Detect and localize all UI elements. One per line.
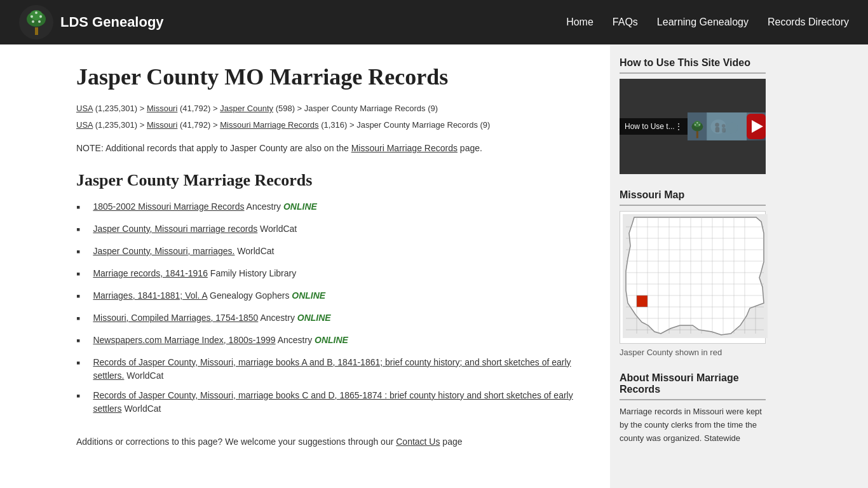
note-link[interactable]: Missouri Marriage Records xyxy=(351,143,458,153)
record-link-1[interactable]: 1805-2002 Missouri Marriage Records xyxy=(93,201,244,212)
record-link-9[interactable]: Records of Jasper County, Missouri, marr… xyxy=(93,390,573,414)
record-link-3[interactable]: Jasper County, Missouri, marriages. xyxy=(93,246,234,256)
list-item: Records of Jasper County, Missouri, marr… xyxy=(76,356,591,383)
page-title: Jasper County MO Marriage Records xyxy=(76,64,591,91)
main-nav: Home FAQs Learning Genealogy Records Dir… xyxy=(566,17,849,28)
svg-point-13 xyxy=(693,121,700,127)
nav-records-directory[interactable]: Records Directory xyxy=(768,17,849,28)
online-badge-4: ONLINE xyxy=(315,335,348,345)
nav-home[interactable]: Home xyxy=(566,17,593,28)
svg-point-4 xyxy=(31,15,33,18)
svg-point-5 xyxy=(35,11,37,14)
record-link-2[interactable]: Jasper County, Missouri marriage records xyxy=(93,224,257,234)
play-icon xyxy=(752,120,763,133)
list-item: Jasper County, Missouri marriage records… xyxy=(76,222,591,238)
video-background xyxy=(688,112,766,141)
sidebar: How to Use This Site Video How to Use t.… xyxy=(610,44,775,488)
map-section: Missouri Map xyxy=(620,189,766,357)
record-link-4[interactable]: Marriage records, 1841-1916 xyxy=(93,268,208,278)
online-badge-2: ONLINE xyxy=(292,290,325,301)
logo-area[interactable]: LDS Genealogy xyxy=(19,5,164,40)
list-item: Newspapers.com Marriage Index, 1800s-199… xyxy=(76,334,591,349)
map-caption: Jasper County shown in red xyxy=(620,348,766,357)
svg-point-8 xyxy=(38,20,41,23)
about-section-title: About Missouri Marriage Records xyxy=(620,372,766,400)
logo-icon xyxy=(19,5,54,40)
contact-us-link[interactable]: Contact Us xyxy=(396,437,440,447)
nav-faqs[interactable]: FAQs xyxy=(613,17,638,28)
record-link-6[interactable]: Missouri, Compiled Marriages, 1754-1850 xyxy=(93,313,258,323)
svg-point-16 xyxy=(698,124,700,125)
online-badge-3: ONLINE xyxy=(297,313,331,323)
breadcrumb-missouri-1[interactable]: Missouri xyxy=(147,104,177,113)
nav-learning-genealogy[interactable]: Learning Genealogy xyxy=(657,17,749,28)
video-section-title: How to Use This Site Video xyxy=(620,57,766,74)
about-section-text: Marriage records in Missouri were kept b… xyxy=(620,405,766,445)
list-item: Records of Jasper County, Missouri, marr… xyxy=(76,389,591,416)
svg-point-6 xyxy=(39,15,42,18)
breadcrumb-jasper-county[interactable]: Jasper County xyxy=(220,104,273,113)
record-link-7[interactable]: Newspapers.com Marriage Index, 1800s-199… xyxy=(93,335,275,345)
additions-text: Additions or corrections to this page? W… xyxy=(76,435,591,449)
list-item: Jasper County, Missouri, marriages. Worl… xyxy=(76,245,591,261)
svg-point-19 xyxy=(724,122,737,133)
svg-rect-11 xyxy=(696,130,698,138)
video-title-text: How to Use t... xyxy=(625,122,675,131)
play-button[interactable] xyxy=(747,114,766,139)
video-menu-icon: ⋮ xyxy=(675,122,682,131)
svg-rect-21 xyxy=(715,127,719,132)
svg-point-22 xyxy=(722,124,726,128)
video-thumbnail[interactable]: How to Use t... ⋮ xyxy=(620,79,766,174)
breadcrumb-usa-1[interactable]: USA xyxy=(76,104,93,113)
jasper-county-highlight xyxy=(637,295,648,307)
main-content: Jasper County MO Marriage Records USA (1… xyxy=(0,44,610,488)
svg-point-14 xyxy=(695,124,696,125)
svg-point-20 xyxy=(715,123,719,126)
svg-point-7 xyxy=(32,20,34,23)
list-item: 1805-2002 Missouri Marriage Records Ance… xyxy=(76,200,591,216)
svg-point-15 xyxy=(696,122,698,123)
svg-rect-23 xyxy=(722,128,726,132)
breadcrumb-missouri-marriage-records[interactable]: Missouri Marriage Records xyxy=(220,120,318,130)
about-section: About Missouri Marriage Records Marriage… xyxy=(620,372,766,445)
site-header: LDS Genealogy Home FAQs Learning Genealo… xyxy=(0,0,868,44)
breadcrumb-1: USA (1,235,301) > Missouri (41,792) > Ja… xyxy=(76,102,591,115)
video-still xyxy=(688,112,747,141)
record-link-8[interactable]: Records of Jasper County, Missouri, marr… xyxy=(93,357,571,381)
list-item: Marriages, 1841-1881; Vol. A Genealogy G… xyxy=(76,289,591,305)
map-section-title: Missouri Map xyxy=(620,189,766,206)
list-item: Missouri, Compiled Marriages, 1754-1850 … xyxy=(76,311,591,327)
breadcrumb-missouri-2[interactable]: Missouri xyxy=(147,120,177,130)
note-text: NOTE: Additional records that apply to J… xyxy=(76,141,591,155)
logo-text: LDS Genealogy xyxy=(60,14,164,30)
list-item: Marriage records, 1841-1916 Family Histo… xyxy=(76,267,591,283)
breadcrumb-usa-2[interactable]: USA xyxy=(76,120,93,130)
records-list: 1805-2002 Missouri Marriage Records Ance… xyxy=(76,200,591,416)
record-link-5[interactable]: Marriages, 1841-1881; Vol. A xyxy=(93,290,207,301)
section-title: Jasper County Marriage Records xyxy=(76,171,591,190)
svg-rect-1 xyxy=(35,27,38,35)
online-badge: ONLINE xyxy=(283,201,317,212)
breadcrumb-2: USA (1,235,301) > Missouri (41,792) > Mi… xyxy=(76,119,591,132)
video-top-bar: How to Use t... ⋮ xyxy=(620,118,688,135)
video-section: How to Use This Site Video How to Use t.… xyxy=(620,57,766,174)
map-container xyxy=(620,211,766,344)
page-wrapper: Jasper County MO Marriage Records USA (1… xyxy=(0,44,868,488)
missouri-map xyxy=(623,214,768,338)
